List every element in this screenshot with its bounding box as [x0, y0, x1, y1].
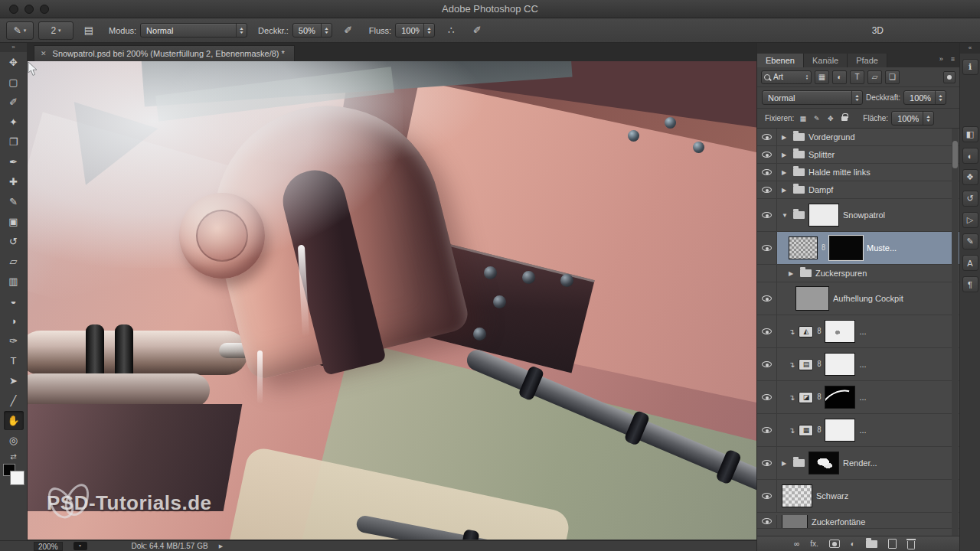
new-group-icon[interactable]: [866, 540, 877, 548]
panel-icon-character[interactable]: A: [962, 255, 978, 271]
tool-quick-selection[interactable]: ✦: [4, 112, 24, 132]
layer-name[interactable]: Zuckerspuren: [815, 269, 867, 278]
layer-mask-thumbnail[interactable]: [825, 386, 855, 409]
disclosure-triangle-icon[interactable]: ▶: [782, 169, 789, 176]
adjustment-layer-icon[interactable]: ▦: [799, 425, 813, 436]
panel-icon-actions[interactable]: ▷: [962, 212, 978, 228]
layer-mask-thumbnail[interactable]: [829, 236, 863, 260]
layer-name[interactable]: ...: [859, 425, 866, 435]
filter-smart-objects-icon[interactable]: ❏: [885, 70, 900, 84]
filter-pixel-layers-icon[interactable]: ▦: [815, 70, 829, 84]
layer-name[interactable]: Snowpatrol: [843, 210, 885, 220]
document-tab[interactable]: ✕ Snowpatrol.psd bei 200% (Musterfüllung…: [34, 45, 295, 61]
adjustment-layer-icon[interactable]: ◪: [799, 392, 813, 403]
panel-icon-styles[interactable]: ❖: [962, 169, 978, 185]
lock-position-icon[interactable]: ✥: [825, 112, 836, 124]
tool-history-brush[interactable]: ↺: [4, 232, 24, 251]
tool-move[interactable]: ✥: [4, 53, 24, 72]
visibility-toggle[interactable]: [757, 181, 777, 198]
filter-type-layers-icon[interactable]: T: [850, 70, 864, 84]
tool-path-selection[interactable]: ➤: [4, 371, 24, 390]
zoom-level-field[interactable]: 200%: [34, 542, 63, 551]
document-canvas[interactable]: PSD-Tutorials.de: [28, 61, 756, 540]
tab-pfade[interactable]: Pfade: [848, 54, 887, 67]
airbrush-icon[interactable]: ∴: [441, 22, 461, 39]
status-options-button[interactable]: ▾: [74, 542, 87, 550]
tab-close-icon[interactable]: ✕: [41, 50, 47, 57]
layer-name[interactable]: Render...: [843, 458, 877, 468]
fill-layer-thumbnail[interactable]: [789, 236, 818, 259]
visibility-toggle[interactable]: [757, 199, 777, 231]
tool-zoom[interactable]: ◎: [4, 431, 24, 450]
tool-marquee[interactable]: ▢: [4, 73, 24, 92]
layer-style-icon[interactable]: fx.: [810, 540, 818, 548]
expand-panels-icon[interactable]: «: [960, 43, 980, 54]
layer-mask-thumbnail[interactable]: [825, 419, 855, 442]
layer-row-zuckerspuren[interactable]: ▶ Zuckerspuren: [757, 265, 959, 282]
visibility-toggle[interactable]: [757, 480, 777, 512]
visibility-toggle[interactable]: [757, 164, 777, 181]
new-layer-icon[interactable]: [888, 539, 897, 549]
layer-row-snowpatrol[interactable]: ▼ Snowpatrol: [757, 199, 959, 232]
layer-row-vordergrund[interactable]: ▶ Vordergrund: [757, 129, 959, 146]
layer-name[interactable]: Vordergrund: [808, 132, 855, 142]
layer-row-musterfuellung[interactable]: 8 Muste...: [757, 232, 959, 265]
layer-row-splitter[interactable]: ▶ Splitter: [757, 146, 959, 164]
tool-shape[interactable]: ╱: [4, 391, 24, 410]
disclosure-triangle-icon[interactable]: ▶: [789, 270, 796, 277]
color-swatches[interactable]: [2, 463, 25, 486]
tool-healing-brush[interactable]: ✚: [4, 172, 24, 191]
panel-menu-icon[interactable]: ≡: [951, 55, 955, 63]
layer-name[interactable]: Dampf: [808, 185, 833, 194]
layer-thumbnail[interactable]: [795, 286, 829, 311]
new-adjustment-layer-icon[interactable]: ◐: [851, 540, 855, 548]
layer-mask-thumbnail[interactable]: [825, 353, 855, 376]
blend-mode-select[interactable]: Normal ▲▼: [140, 23, 247, 37]
panel-icon-paragraph[interactable]: ¶: [962, 276, 978, 292]
link-layers-icon[interactable]: ∞: [794, 540, 799, 548]
layer-row-adjustment-2[interactable]: ↴ ▤ 8 ...: [757, 348, 959, 381]
layer-row-schwarz[interactable]: Schwarz: [757, 480, 959, 513]
visibility-toggle[interactable]: [757, 265, 777, 282]
visibility-toggle[interactable]: [757, 146, 777, 163]
add-layer-mask-icon[interactable]: [829, 540, 840, 548]
panel-icon-adjustments[interactable]: ◐: [962, 148, 978, 164]
layer-name[interactable]: Splitter: [808, 150, 835, 159]
layer-opacity-select[interactable]: 100% ▲▼: [903, 90, 946, 105]
layer-name[interactable]: ...: [859, 360, 866, 369]
layer-name[interactable]: Muste...: [867, 243, 897, 253]
tool-hand[interactable]: ✋: [4, 411, 24, 430]
visibility-toggle[interactable]: [757, 282, 777, 315]
layer-name[interactable]: ...: [859, 393, 866, 402]
panel-icon-brush-settings[interactable]: ✎: [962, 233, 978, 249]
delete-layer-icon[interactable]: [907, 539, 915, 549]
filter-adjustment-layers-icon[interactable]: ◐: [832, 70, 847, 84]
layer-name[interactable]: Halde mitte links: [808, 168, 871, 177]
visibility-toggle[interactable]: [757, 232, 777, 264]
tool-pen[interactable]: ✑: [4, 331, 24, 350]
adjustment-layer-icon[interactable]: ◭: [799, 326, 813, 337]
adjustment-layer-icon[interactable]: ▤: [799, 359, 813, 370]
scrollbar-thumb[interactable]: [952, 141, 958, 168]
lock-pixels-icon[interactable]: ✎: [811, 112, 822, 124]
workspace-3d-button[interactable]: 3D: [866, 23, 890, 38]
layer-thumbnail[interactable]: [808, 452, 839, 474]
layer-blend-mode-select[interactable]: Normal ▲▼: [762, 90, 863, 105]
tab-kanaele[interactable]: Kanäle: [804, 54, 848, 67]
status-flyout-arrow-icon[interactable]: ▶: [219, 543, 223, 549]
layer-row-zuckerfontaene[interactable]: Zuckerfontäne: [757, 513, 959, 529]
opacity-select[interactable]: 50% ▲▼: [292, 23, 332, 37]
flow-select[interactable]: 100% ▲▼: [395, 23, 435, 37]
layer-row-adjustment-1[interactable]: ↴ ◭ 8 ...: [757, 315, 959, 348]
tool-preset-button[interactable]: ✎ ▾: [6, 21, 34, 40]
layer-name[interactable]: Aufhellung Cockpit: [833, 294, 903, 303]
filter-shape-layers-icon[interactable]: ▱: [867, 70, 882, 84]
layer-row-aufhellung-cockpit[interactable]: Aufhellung Cockpit: [757, 282, 959, 315]
layer-name[interactable]: Schwarz: [816, 491, 848, 500]
disclosure-triangle-icon[interactable]: ▼: [782, 212, 789, 219]
tool-blur[interactable]: ◒: [4, 292, 24, 311]
panel-icon-color[interactable]: ◧: [962, 126, 978, 142]
foreground-color-swatch[interactable]: [10, 471, 24, 485]
tab-ebenen[interactable]: Ebenen: [757, 54, 804, 67]
layer-fill-select[interactable]: 100% ▲▼: [891, 111, 934, 126]
